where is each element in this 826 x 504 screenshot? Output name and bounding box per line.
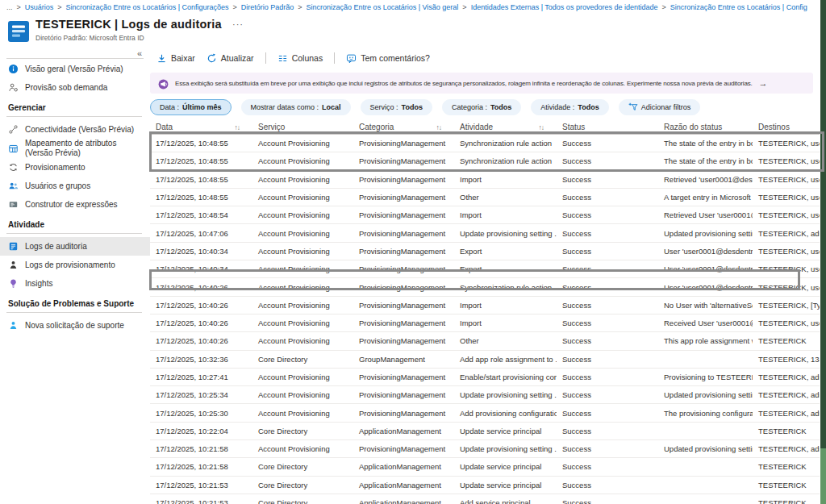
- table-row[interactable]: 17/12/2025, 10:25:34Account Provisioning…: [150, 386, 820, 404]
- cell-categoria: ProvisioningManagement: [353, 175, 454, 184]
- cell-categoria: ProvisioningManagement: [353, 247, 454, 256]
- cell-atividade: Update service principal: [454, 481, 557, 489]
- sidebar-item-construtor-de-express-es[interactable]: Construtor de expressões: [0, 195, 150, 214]
- column-header-data[interactable]: Data↑↓: [150, 123, 252, 131]
- sidebar-item-logs-de-auditoria[interactable]: Logs de auditoria: [0, 237, 150, 256]
- table-row[interactable]: 17/12/2025, 10:48:55Account Provisioning…: [150, 152, 820, 170]
- cell-atividade: Update provisioning setting ...: [454, 444, 557, 453]
- breadcrumb-link[interactable]: Sincronização Entre os Locatários | Conf…: [670, 3, 807, 11]
- cell-data: 17/12/2025, 10:47:06: [150, 229, 252, 238]
- table-row[interactable]: 17/12/2025, 10:40:26Account Provisioning…: [150, 278, 820, 296]
- breadcrumb-link[interactable]: Usuários: [25, 3, 54, 11]
- sidebar-item-usu-rios-e-grupos[interactable]: Usuários e grupos: [0, 177, 150, 195]
- sidebar-item-provis-o-sob-demanda[interactable]: Provisão sob demanda: [0, 78, 150, 97]
- cell-servico: Account Provisioning: [252, 139, 353, 148]
- table-row[interactable]: 17/12/2025, 10:22:04Core DirectoryApplic…: [150, 423, 820, 440]
- table-row[interactable]: 17/12/2025, 10:40:34Account Provisioning…: [150, 243, 820, 260]
- cell-data: 17/12/2025, 10:27:41: [150, 373, 252, 381]
- sidebar-item-vis-o-geral-vers-o-pr-via[interactable]: Visão geral (Versão Prévia): [0, 60, 150, 78]
- column-header-atividade[interactable]: Atividade↑↓: [454, 123, 557, 131]
- table-row[interactable]: 17/12/2025, 10:27:41Account Provisioning…: [150, 369, 820, 386]
- table-row[interactable]: 17/12/2025, 10:48:55Account Provisioning…: [150, 189, 820, 206]
- right-edge-scrollbar-thumb[interactable]: [820, 448, 826, 504]
- breadcrumb-link[interactable]: Diretório Padrão: [241, 3, 294, 11]
- cell-categoria: ProvisioningManagement: [353, 156, 454, 165]
- sidebar-item-logs-de-provisionamento[interactable]: Logs de provisionamento: [0, 256, 150, 274]
- cell-atividade: Other: [454, 336, 557, 345]
- add-filters-button[interactable]: Adicionar filtros: [619, 99, 701, 115]
- column-label: Destinos: [758, 123, 790, 131]
- cell-atividade: Import: [454, 319, 557, 327]
- sort-icon[interactable]: ↑↓: [235, 123, 240, 131]
- breadcrumb-separator: >: [298, 3, 302, 11]
- sidebar-item-label: Construtor de expressões: [25, 200, 118, 210]
- breadcrumb-link[interactable]: ...: [6, 3, 13, 11]
- cell-categoria: ProvisioningManagement: [353, 336, 454, 345]
- table-row[interactable]: 17/12/2025, 10:25:30Account Provisioning…: [150, 404, 820, 422]
- sidebar-item-mapeamento-de-atributos-vers-o-pr-via[interactable]: Mapeamento de atributos (Versão Prévia): [0, 139, 150, 158]
- sidebar-item-provisionamento[interactable]: Provisionamento: [0, 158, 150, 177]
- filter-pill-categoria[interactable]: Categoria : Todos: [442, 99, 521, 115]
- table-row[interactable]: 17/12/2025, 10:48:54Account Provisioning…: [150, 206, 820, 224]
- toolbar-button-baixar[interactable]: Baixar: [156, 53, 195, 64]
- filter-pill-mostrar-datas-como[interactable]: Mostrar datas como : Local: [241, 99, 351, 115]
- sort-icon[interactable]: ↑↓: [436, 123, 442, 131]
- sidebar-item-conectividade-vers-o-pr-via[interactable]: Conectividade (Versão Prévia): [0, 120, 150, 139]
- sort-icon[interactable]: ↑↓: [539, 123, 544, 131]
- cell-status: Success: [557, 373, 658, 381]
- table-row[interactable]: 17/12/2025, 10:40:26Account Provisioning…: [150, 314, 820, 332]
- cell-destinos: TESTEERICK: [753, 481, 820, 489]
- cell-servico: Account Provisioning: [252, 336, 353, 345]
- table-row[interactable]: 17/12/2025, 10:40:34Account Provisioning…: [150, 260, 820, 278]
- toolbar-button-colunas[interactable]: Colunas: [277, 53, 323, 64]
- filter-pill-data[interactable]: Data : Último mês: [150, 99, 232, 115]
- cell-servico: Account Provisioning: [252, 193, 353, 202]
- cell-atividade: Import: [454, 210, 557, 219]
- breadcrumb-link[interactable]: Sincronização Entre os Locatários | Conf…: [66, 3, 229, 11]
- column-header-servico[interactable]: Serviço: [252, 123, 353, 131]
- cell-status: Success: [557, 462, 658, 471]
- sidebar-item-insights[interactable]: Insights: [0, 274, 150, 293]
- column-header-razao[interactable]: Razão do status: [658, 123, 753, 131]
- table-row[interactable]: 17/12/2025, 10:21:58Core DirectoryApplic…: [150, 458, 820, 476]
- cell-categoria: ProvisioningManagement: [353, 283, 454, 292]
- column-header-status[interactable]: Status: [557, 123, 658, 131]
- cell-data: 17/12/2025, 10:40:34: [150, 264, 252, 273]
- download-icon: [156, 53, 167, 64]
- sidebar-item-label: Usuários e grupos: [25, 181, 90, 191]
- table-row[interactable]: 17/12/2025, 10:48:55Account Provisioning…: [150, 135, 820, 152]
- toolbar-button-label: Colunas: [292, 53, 323, 63]
- sidebar-item-label: Provisão sob demanda: [25, 83, 107, 93]
- filter-pill-servi-o[interactable]: Serviço : Todos: [361, 99, 432, 115]
- table-row[interactable]: 17/12/2025, 10:40:26Account Provisioning…: [150, 297, 820, 314]
- column-header-destinos[interactable]: Destinos: [753, 123, 820, 131]
- cell-atividade: Update service principal: [454, 427, 557, 435]
- cell-status: Success: [557, 210, 658, 219]
- cell-categoria: ProvisioningManagement: [353, 319, 454, 327]
- column-header-categoria[interactable]: Categoria↑↓: [353, 123, 454, 131]
- table-row[interactable]: 17/12/2025, 10:40:26Account Provisioning…: [150, 332, 820, 350]
- sidebar-item-nova-solicita-o-de-suporte[interactable]: Nova solicitação de suporte: [0, 316, 150, 335]
- table-row[interactable]: 17/12/2025, 10:48:55Account Provisioning…: [150, 171, 820, 189]
- toolbar-button-tem-coment-rios[interactable]: Tem comentários?: [346, 53, 430, 64]
- table-row[interactable]: 17/12/2025, 10:21:53Core DirectoryApplic…: [150, 477, 820, 494]
- breadcrumb-link[interactable]: Identidades Externas | Todos os provedor…: [471, 3, 658, 11]
- sidebar-collapse-icon[interactable]: «: [137, 48, 142, 58]
- toolbar-button-atualizar[interactable]: Atualizar: [206, 53, 254, 64]
- toolbar-divider: [334, 52, 335, 64]
- filter-pill-atividade[interactable]: Atividade : Todos: [531, 99, 608, 115]
- filter-pill-value: Local: [322, 103, 341, 111]
- toolbar-button-label: Baixar: [171, 53, 195, 63]
- table-row[interactable]: 17/12/2025, 10:32:36Core DirectoryGroupM…: [150, 351, 820, 369]
- arrow-right-icon[interactable]: →: [759, 78, 768, 88]
- table-row[interactable]: 17/12/2025, 10:47:06Account Provisioning…: [150, 224, 820, 242]
- more-options-icon[interactable]: ···: [232, 19, 244, 29]
- cell-atividade: Import: [454, 175, 557, 184]
- cell-servico: Account Provisioning: [252, 390, 353, 399]
- cell-atividade: Export: [454, 247, 557, 256]
- filter-pill-label: Categoria :: [452, 103, 487, 111]
- table-row[interactable]: 17/12/2025, 10:21:53Core DirectoryApplic…: [150, 494, 820, 504]
- cell-razao: Updated provisioning setting...: [658, 229, 753, 238]
- breadcrumb-link[interactable]: Sincronização Entre os Locatários | Visã…: [307, 3, 459, 11]
- table-row[interactable]: 17/12/2025, 10:21:58Account Provisioning…: [150, 440, 820, 458]
